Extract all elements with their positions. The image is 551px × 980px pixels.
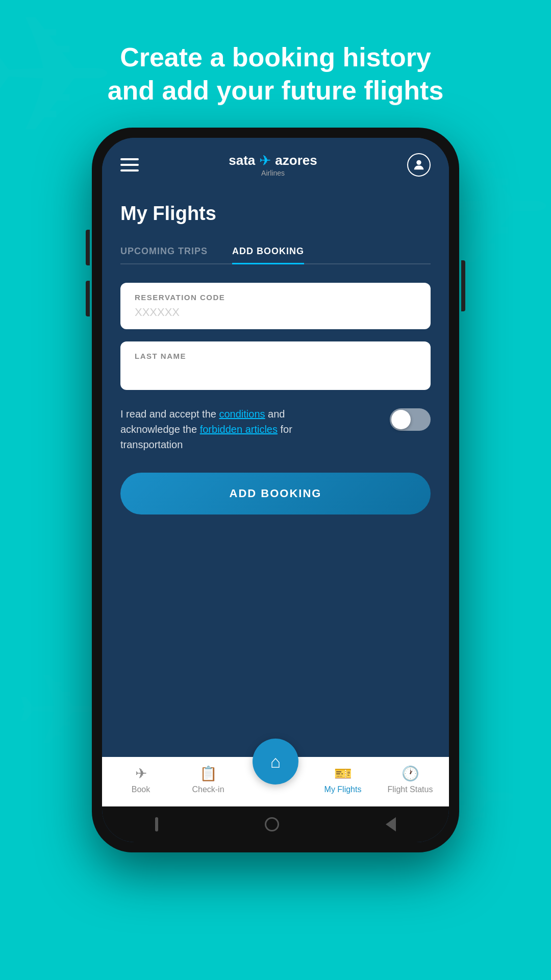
phone-device: sata ✈ azores Airlines My Flights <box>92 128 459 852</box>
page-header: Create a booking history and add your fu… <box>67 0 485 128</box>
tab-bar: UPCOMING TRIPS ADD BOOKING <box>120 240 431 264</box>
tab-upcoming-trips[interactable]: UPCOMING TRIPS <box>120 240 208 264</box>
nav-item-book[interactable]: ✈ Book <box>107 765 174 794</box>
nav-item-flightstatus[interactable]: 🕐 Flight Status <box>377 765 444 794</box>
svg-text:✈: ✈ <box>15 655 98 766</box>
tab-add-booking[interactable]: ADD BOOKING <box>232 240 304 264</box>
terms-text: I read and accept the conditions and ack… <box>120 406 335 452</box>
phone-indicator-triangle <box>386 817 396 831</box>
flightstatus-icon: 🕐 <box>402 765 419 782</box>
checkin-icon: 📋 <box>199 765 217 782</box>
phone-power-btn <box>461 260 465 311</box>
home-icon: ⌂ <box>270 752 281 772</box>
bottom-nav: ⌂ ✈ Book 📋 Check-in ⌂ Home 🎫 My F <box>102 757 449 806</box>
last-name-field[interactable]: LAST NAME <box>120 341 431 390</box>
user-profile-button[interactable] <box>407 153 431 177</box>
book-icon: ✈ <box>135 765 147 782</box>
toggle-knob <box>391 410 411 429</box>
phone-indicator-circle <box>265 817 279 831</box>
nav-label-checkin: Check-in <box>192 785 224 794</box>
logo-subtitle: Airlines <box>229 169 317 177</box>
phone-volume-btn-1 <box>86 230 90 265</box>
logo-plane-icon: ✈ <box>259 152 271 169</box>
phone-bottom-bar <box>102 806 449 842</box>
logo-azores: azores <box>275 153 317 168</box>
reservation-code-input[interactable]: XXXXXX <box>135 306 416 319</box>
app-logo: sata ✈ azores Airlines <box>229 152 317 177</box>
nav-item-myflights[interactable]: 🎫 My Flights <box>309 765 377 794</box>
page-title: My Flights <box>120 203 431 225</box>
nav-home-button[interactable]: ⌂ <box>253 739 298 785</box>
myflights-icon: 🎫 <box>334 765 352 782</box>
terms-toggle[interactable] <box>390 408 431 431</box>
nav-label-flightstatus: Flight Status <box>388 785 433 794</box>
phone-volume-btn-2 <box>86 281 90 316</box>
forbidden-articles-link[interactable]: forbidden articles <box>200 424 278 435</box>
last-name-label: LAST NAME <box>135 352 416 360</box>
nav-item-checkin[interactable]: 📋 Check-in <box>174 765 242 794</box>
reservation-code-label: RESERVATION CODE <box>135 293 416 302</box>
app-header: sata ✈ azores Airlines <box>102 138 449 187</box>
logo-sata: sata <box>229 153 255 168</box>
nav-label-book: Book <box>132 785 150 794</box>
add-booking-button[interactable]: ADD BOOKING <box>120 473 431 514</box>
header-text: Create a booking history and add your fu… <box>108 41 444 107</box>
app-content: My Flights UPCOMING TRIPS ADD BOOKING RE… <box>102 187 449 757</box>
nav-label-myflights: My Flights <box>324 785 362 794</box>
phone-indicator-lines <box>155 817 158 831</box>
svg-point-4 <box>416 160 421 164</box>
last-name-input[interactable] <box>135 364 416 380</box>
reservation-code-field[interactable]: RESERVATION CODE XXXXXX <box>120 283 431 329</box>
conditions-link[interactable]: conditions <box>219 408 265 420</box>
menu-button[interactable] <box>120 158 139 172</box>
terms-row: I read and accept the conditions and ack… <box>120 406 431 452</box>
